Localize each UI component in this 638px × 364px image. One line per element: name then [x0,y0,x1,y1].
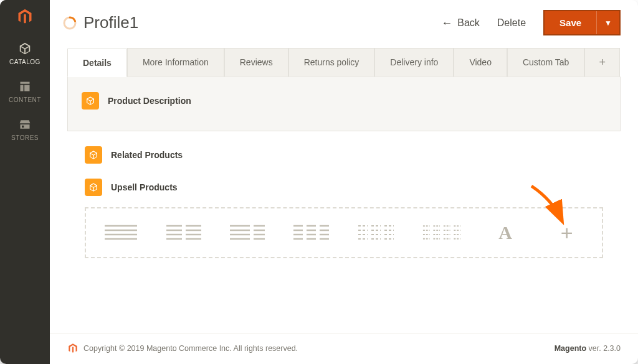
magento-logo-icon [16,8,34,26]
tab-custom-tab[interactable]: Custom Tab [507,48,584,77]
tabs-bar: Details More Information Reviews Returns… [67,48,621,77]
tab-more-information[interactable]: More Information [127,48,224,77]
sidebar-label: STORES [11,134,39,141]
save-button-group: Save ▼ [543,10,621,35]
cube-icon [85,96,95,106]
block-label: Upsell Products [111,182,178,192]
content-body: Details More Information Reviews Returns… [50,42,638,334]
layout-text-block[interactable]: A [488,222,523,243]
spinner-icon [62,16,77,30]
plus-icon: + [599,56,606,68]
delete-button[interactable]: Delete [488,12,535,34]
magento-logo-icon [67,343,79,354]
tab-panel-details: Product Description [67,77,621,131]
cube-icon [88,182,98,192]
cube-icon [88,150,98,160]
footer-version: 2.3.0 [603,344,621,353]
layout-1col[interactable] [103,222,139,243]
tab-reviews[interactable]: Reviews [224,48,288,77]
block-label: Product Description [108,96,191,106]
admin-sidebar: CATALOG CONTENT STORES [0,0,50,364]
block-label: Related Products [111,150,183,160]
layout-3col-narrow-icon [357,223,396,242]
delete-label: Delete [497,17,526,29]
main-area: Profile1 ← Back Delete Save ▼ Details Mo… [50,0,638,364]
block-upsell-products[interactable]: Upsell Products [67,170,621,196]
add-tab-button[interactable]: + [584,48,620,77]
save-button[interactable]: Save [545,11,596,34]
sidebar-label: CATALOG [9,58,40,65]
block-related-products[interactable]: Related Products [67,138,621,164]
layout-2col[interactable] [165,222,202,243]
magento-logo[interactable] [0,0,50,34]
text-block-icon: A [498,222,512,243]
app-window: CATALOG CONTENT STORES Profile1 ← Back D… [0,0,638,364]
layout-2col-sidebar-icon [229,223,266,242]
layout-3col-icon [292,223,331,242]
caret-down-icon: ▼ [604,19,612,27]
store-icon [19,118,31,131]
sidebar-label: CONTENT [9,96,41,103]
back-button[interactable]: ← Back [432,12,488,34]
page-footer: Copyright © 2019 Magento Commerce Inc. A… [50,334,638,364]
layout-1col-icon [103,223,138,242]
footer-version-prefix: ver. [586,344,603,353]
cube-icon [18,42,32,55]
plus-icon: + [561,222,573,243]
layout-picker: A + [85,207,603,258]
footer-brand: Magento [555,344,586,353]
page-header: Profile1 ← Back Delete Save ▼ [50,0,638,42]
copyright-text: Copyright © 2019 Magento Commerce Inc. A… [83,344,298,353]
sidebar-item-stores[interactable]: STORES [0,110,50,147]
sidebar-item-content[interactable]: CONTENT [0,72,50,110]
layout-3col[interactable] [292,222,331,243]
tab-details[interactable]: Details [67,49,127,77]
block-product-description[interactable]: Product Description [82,92,606,110]
sidebar-item-catalog[interactable]: CATALOG [0,34,50,72]
layout-icon [19,80,31,93]
tab-delivery-info[interactable]: Delivery info [374,48,454,77]
block-icon [82,92,99,110]
layout-3col-narrow[interactable] [357,222,396,243]
block-icon [85,179,102,196]
page-title: Profile1 [83,13,138,32]
arrow-left-icon: ← [441,17,452,29]
back-label: Back [457,17,480,29]
layout-4col[interactable] [422,222,462,243]
layout-2col-sidebar[interactable] [229,222,266,243]
layout-4col-icon [422,223,462,242]
block-icon [85,146,102,164]
tab-returns-policy[interactable]: Returns policy [288,48,375,77]
layout-2col-icon [165,223,202,242]
tab-video[interactable]: Video [454,48,507,77]
save-dropdown-button[interactable]: ▼ [596,11,619,34]
layout-add-block[interactable]: + [549,222,584,243]
